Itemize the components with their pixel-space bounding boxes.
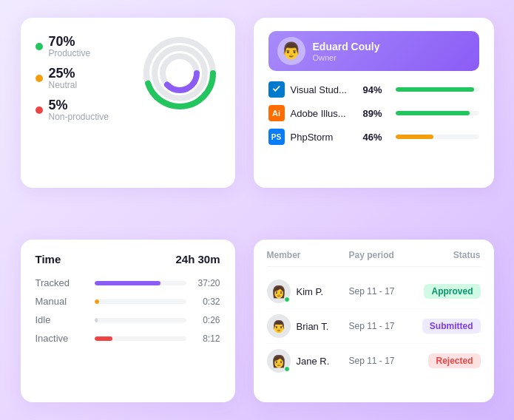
dot-productive: [35, 43, 43, 50]
ai-icon: Ai: [268, 105, 285, 121]
tracked-value: 37:20: [194, 278, 220, 288]
neutral-pct: 25%: [49, 66, 78, 81]
productive-pct: 70%: [49, 34, 91, 50]
pay-row-kim: 👩 Kim P. Sep 11 - 17 Approved: [267, 274, 481, 309]
period-col-header: Pay period: [349, 250, 416, 260]
kim-status: Approved: [416, 284, 481, 299]
time-title: Time: [35, 253, 61, 265]
jane-status-badge: Rejected: [428, 353, 480, 368]
member-col-header: Member: [267, 250, 349, 260]
inactive-value: 8:12: [194, 333, 220, 344]
inactive-bar: [95, 336, 113, 341]
time-row-tracked: Tracked 37:20: [35, 277, 220, 288]
manual-label: Manual: [35, 296, 87, 307]
user-name: Eduard Couly: [313, 41, 380, 52]
payroll-card: Member Pay period Status 👩 Kim P. Sep 11…: [254, 240, 494, 402]
user-role: Owner: [313, 53, 380, 62]
idle-label: Idle: [35, 314, 87, 325]
pay-row-jane: 👩 Jane R. Sep 11 - 17 Rejected: [267, 344, 481, 378]
ai-bar-wrap: [396, 111, 479, 115]
brian-status-badge: Submitted: [422, 319, 481, 333]
inactive-label: Inactive: [35, 333, 87, 344]
ps-name: PhpStorm: [291, 132, 357, 143]
manual-value: 0:32: [194, 297, 220, 307]
kim-online-dot: [284, 297, 290, 302]
jane-status: Rejected: [416, 353, 481, 368]
tracked-bar-wrap: [95, 281, 186, 285]
time-row-idle: Idle 0:26: [35, 314, 220, 325]
productivity-card: 70% Productive 25% Neutral 5% Non-produc…: [21, 18, 235, 188]
time-row-inactive: Inactive 8:12: [35, 333, 220, 344]
ps-icon: PS: [268, 129, 285, 145]
legend-item-nonproductive: 5% Non-productive: [35, 98, 220, 122]
ps-bar-wrap: [396, 135, 479, 139]
manual-bar-wrap: [95, 299, 186, 304]
idle-value: 0:26: [194, 315, 220, 325]
user-avatar-emoji: 👨: [281, 43, 301, 59]
dot-neutral: [35, 75, 43, 82]
apps-card: 👨 Eduard Couly Owner Visual Stud... 94% …: [254, 18, 494, 188]
jane-period: Sep 11 - 17: [349, 356, 416, 366]
ps-bar: [396, 135, 434, 139]
vs-bar: [396, 87, 474, 92]
tracked-label: Tracked: [35, 277, 87, 288]
app-row-vs: Visual Stud... 94%: [268, 81, 479, 98]
nonproductive-pct: 5%: [49, 98, 109, 113]
vs-bar-wrap: [396, 87, 479, 92]
member-brian: 👨 Brian T.: [267, 314, 349, 338]
jane-avatar: 👩: [267, 349, 291, 373]
tracked-bar: [95, 281, 160, 285]
time-card: Time 24h 30m Tracked 37:20 Manual 0:32 I…: [21, 240, 235, 402]
legend-item-neutral: 25% Neutral: [35, 66, 220, 90]
brian-period: Sep 11 - 17: [349, 321, 416, 331]
brian-status: Submitted: [416, 319, 481, 333]
user-avatar: 👨: [277, 37, 305, 65]
user-banner: 👨 Eduard Couly Owner: [268, 31, 479, 71]
dot-nonproductive: [35, 106, 43, 114]
nonproductive-label: Non-productive: [49, 112, 109, 122]
time-total: 24h 30m: [175, 253, 220, 265]
ai-name: Adobe Illus...: [291, 108, 357, 119]
kim-status-badge: Approved: [424, 284, 480, 299]
pay-row-brian: 👨 Brian T. Sep 11 - 17 Submitted: [267, 309, 481, 344]
productive-label: Productive: [49, 48, 91, 58]
time-row-manual: Manual 0:32: [35, 296, 220, 307]
idle-bar: [95, 318, 98, 322]
manual-bar: [95, 299, 99, 304]
ai-bar: [396, 111, 470, 115]
dashboard-container: 70% Productive 25% Neutral 5% Non-produc…: [21, 18, 494, 402]
idle-bar-wrap: [95, 318, 186, 322]
app-row-ps: PS PhpStorm 46%: [268, 129, 479, 145]
neutral-label: Neutral: [49, 80, 78, 90]
brian-avatar: 👨: [267, 314, 291, 338]
vs-name: Visual Stud...: [291, 84, 357, 95]
vs-icon: [268, 81, 285, 98]
member-kim: 👩 Kim P.: [267, 280, 349, 303]
status-col-header: Status: [416, 250, 481, 260]
brian-name: Brian T.: [297, 321, 329, 332]
kim-period: Sep 11 - 17: [349, 286, 416, 297]
payroll-header: Member Pay period Status: [267, 250, 481, 267]
legend-item-productive: 70% Productive: [35, 34, 220, 58]
jane-online-dot: [284, 366, 290, 372]
vs-pct: 94%: [363, 84, 390, 95]
kim-avatar: 👩: [267, 280, 291, 303]
member-jane: 👩 Jane R.: [267, 349, 349, 373]
kim-name: Kim P.: [297, 286, 324, 297]
time-header: Time 24h 30m: [35, 253, 220, 265]
ps-pct: 46%: [363, 132, 390, 143]
app-row-ai: Ai Adobe Illus... 89%: [268, 105, 479, 121]
jane-name: Jane R.: [297, 356, 330, 367]
ai-pct: 89%: [363, 108, 390, 119]
inactive-bar-wrap: [95, 336, 186, 341]
